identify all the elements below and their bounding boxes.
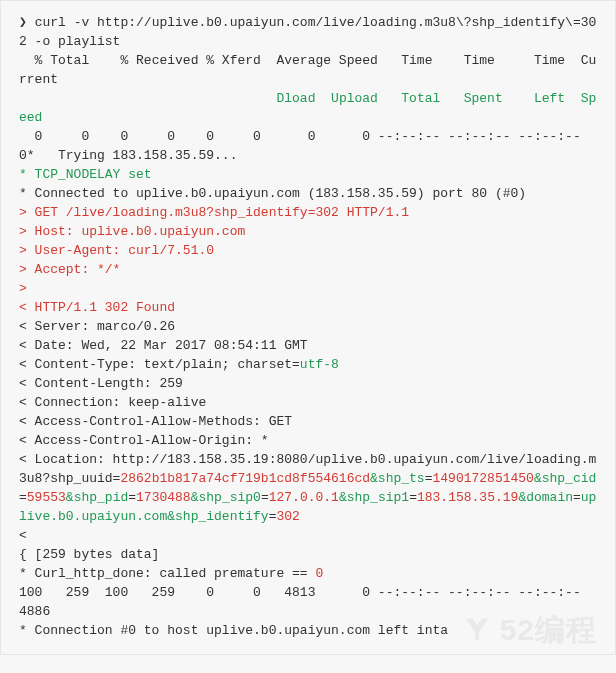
code-segment: < { [259 bytes data] * Curl_http_done: c… (19, 528, 315, 581)
code-segment (503, 91, 534, 106)
code-segment: Left (534, 91, 565, 106)
code-segment (315, 91, 331, 106)
code-segment: 0 0 0 0 0 0 0 0 --:--:-- --:--:-- --:--:… (19, 129, 616, 163)
code-segment: 2862b1b817a74cf719b1cd8f554616cd (120, 471, 370, 486)
code-segment: > Host: uplive.b0.upaiyun.com (19, 224, 245, 239)
code-segment (19, 91, 276, 106)
code-segment: * TCP_NODELAY set (19, 167, 152, 182)
code-segment: = (19, 490, 27, 505)
code-segment: 302 (276, 509, 299, 524)
code-segment (440, 91, 463, 106)
code-segment: 127.0.0.1 (269, 490, 339, 505)
code-segment: 59553 (27, 490, 66, 505)
code-segment: 1490172851450 (432, 471, 533, 486)
code-segment: = (261, 490, 269, 505)
code-segment: Dload (276, 91, 315, 106)
code-segment: = (573, 490, 581, 505)
code-segment: < Content-Length: 259 < Connection: keep… (19, 376, 596, 486)
code-segment: ❯ curl -v http://uplive.b0.upaiyun.com/l… (19, 15, 596, 87)
code-segment: &shp_identify (167, 509, 268, 524)
code-segment: Spent (464, 91, 503, 106)
code-segment: &shp_sip1 (339, 490, 409, 505)
code-segment: > (19, 281, 27, 296)
code-segment: > Accept: */* (19, 262, 120, 277)
code-pre: ❯ curl -v http://uplive.b0.upaiyun.com/l… (19, 13, 597, 640)
code-segment: > GET /live/loading.m3u8?shp_identify=30… (19, 205, 409, 220)
code-segment: > User-Agent: curl/7.51.0 (19, 243, 214, 258)
code-segment: &shp_ts (370, 471, 425, 486)
code-segment: &shp_cid (534, 471, 596, 486)
code-segment: * Connected to uplive.b0.upaiyun.com (18… (19, 186, 526, 201)
code-segment: 100 259 100 259 0 0 4813 0 --:--:-- --:-… (19, 585, 596, 638)
code-segment: &domain (518, 490, 573, 505)
code-segment: < HTTP/1.1 302 Found (19, 300, 175, 315)
code-segment: utf-8 (300, 357, 339, 372)
terminal-output-block: ❯ curl -v http://uplive.b0.upaiyun.com/l… (0, 0, 616, 655)
code-segment: 1730488 (136, 490, 191, 505)
code-segment: = (409, 490, 417, 505)
code-segment: &shp_pid (66, 490, 128, 505)
code-segment: Total (401, 91, 440, 106)
code-segment (565, 91, 581, 106)
code-segment: 0 (315, 566, 323, 581)
code-segment: &shp_sip0 (191, 490, 261, 505)
code-segment: Upload (331, 91, 378, 106)
code-segment: < Server: marco/0.26 < Date: Wed, 22 Mar… (19, 319, 308, 372)
code-segment: 183.158.35.19 (417, 490, 518, 505)
code-segment (378, 91, 401, 106)
code-segment: = (128, 490, 136, 505)
